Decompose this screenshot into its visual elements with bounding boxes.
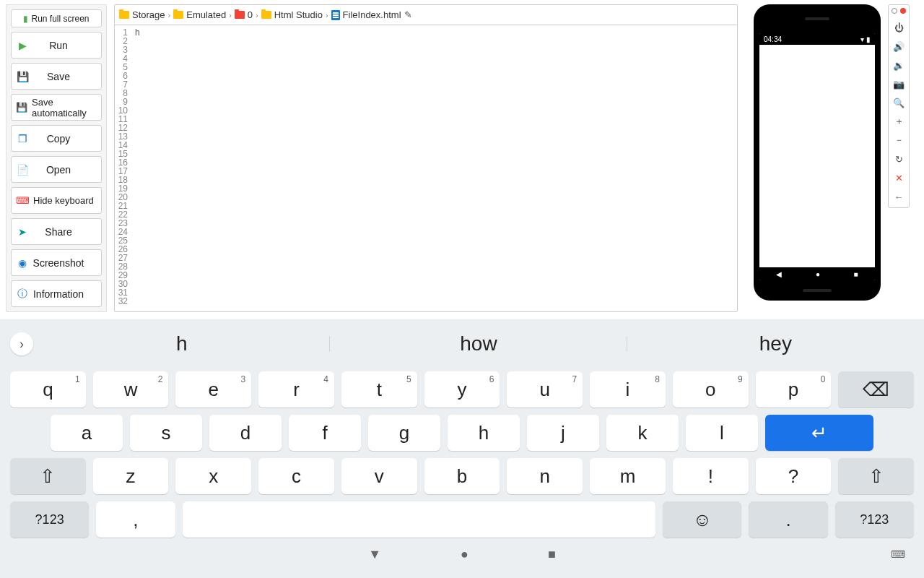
run-button[interactable]: ▶ Run: [11, 32, 102, 59]
reload-icon[interactable]: ↻: [892, 152, 905, 165]
key-m[interactable]: m: [590, 458, 666, 494]
key-a[interactable]: a: [51, 415, 123, 451]
editor: Storage›Emulated›0›Html Studio›FileIndex…: [114, 4, 738, 312]
save-auto-label: Save automatically: [32, 97, 97, 118]
save-auto-button[interactable]: 💾 Save automatically: [11, 94, 102, 121]
key-y[interactable]: y6: [424, 371, 500, 407]
power-icon[interactable]: ⏻: [892, 21, 905, 34]
key-g[interactable]: g: [368, 415, 440, 451]
symbols-key[interactable]: ?123: [835, 501, 914, 538]
key-r[interactable]: r4: [258, 371, 334, 407]
run-fullscreen-button[interactable]: ▮ Run full screen: [11, 9, 102, 27]
key-v[interactable]: v: [341, 458, 417, 494]
code-line: h: [135, 28, 737, 37]
keyboard-icon: ⌨: [16, 195, 29, 206]
breadcrumb-folder[interactable]: Html Studio: [261, 9, 323, 20]
key-?[interactable]: ?: [756, 458, 832, 494]
symbols-key[interactable]: ?123: [10, 501, 89, 538]
breadcrumb-file[interactable]: FileIndex.html: [331, 9, 401, 20]
key-z[interactable]: z: [93, 458, 169, 494]
key-![interactable]: !: [673, 458, 749, 494]
key-n[interactable]: n: [507, 458, 583, 494]
close-icon[interactable]: ✕: [892, 171, 905, 184]
chevron-right-icon: ›: [229, 11, 232, 20]
shift-key[interactable]: ⇧: [10, 458, 86, 494]
system-nav: ▼ ● ■ ⌨: [0, 538, 924, 571]
key-j[interactable]: j: [527, 415, 599, 451]
key-x[interactable]: x: [175, 458, 251, 494]
enter-key[interactable]: ↵: [765, 415, 873, 451]
key-q[interactable]: q1: [10, 371, 86, 407]
key-w[interactable]: w2: [93, 371, 169, 407]
key-.[interactable]: .: [749, 501, 827, 538]
minus-icon[interactable]: －: [892, 134, 905, 147]
volume-down-icon[interactable]: 🔉: [892, 59, 905, 72]
space-key[interactable]: [183, 501, 656, 538]
suggestion[interactable]: hey: [627, 332, 924, 355]
key-,[interactable]: ,: [96, 501, 175, 538]
suggestion[interactable]: h: [33, 332, 330, 355]
phone-time: 04:34: [764, 35, 782, 43]
key-k[interactable]: k: [606, 415, 679, 451]
key-s[interactable]: s: [130, 415, 202, 451]
key-u[interactable]: u7: [507, 371, 583, 407]
shift-key[interactable]: ⇧: [838, 458, 914, 494]
window-minimize-icon[interactable]: [892, 8, 897, 14]
share-label: Share: [20, 226, 97, 238]
key-p[interactable]: p0: [756, 371, 832, 407]
breadcrumb-label: 0: [248, 9, 253, 20]
phone-speaker: [805, 17, 829, 20]
back-icon[interactable]: ←: [892, 190, 905, 203]
share-button[interactable]: ➤ Share: [11, 218, 102, 245]
run-fullscreen-label: Run full screen: [31, 14, 89, 24]
sys-back-icon[interactable]: ▼: [368, 547, 381, 562]
edit-icon[interactable]: ✎: [404, 9, 412, 20]
breadcrumb[interactable]: Storage›Emulated›0›Html Studio›FileIndex…: [115, 5, 737, 25]
key-e[interactable]: e3: [175, 371, 251, 407]
emoji-key[interactable]: ☺: [663, 501, 741, 538]
sys-recent-icon[interactable]: ■: [548, 547, 556, 562]
suggestion[interactable]: how: [330, 332, 627, 355]
key-t[interactable]: t5: [341, 371, 417, 407]
breadcrumb-folder[interactable]: Emulated: [173, 9, 226, 20]
hide-keyboard-button[interactable]: ⌨ Hide keyboard: [11, 187, 102, 214]
key-c[interactable]: c: [258, 458, 334, 494]
phone-preview: 04:34 ▾ ▮ ◀ ● ■: [754, 4, 881, 301]
save-label: Save: [20, 71, 97, 82]
phone-back-icon[interactable]: ◀: [776, 270, 782, 278]
zoom-icon[interactable]: 🔍: [892, 96, 905, 109]
window-close-icon[interactable]: [900, 8, 906, 14]
screenshot-label: Screenshot: [20, 257, 97, 269]
preview-column: 04:34 ▾ ▮ ◀ ● ■ ⏻ 🔊 🔉 📷 🔍 ＋: [745, 4, 918, 319]
sys-home-icon[interactable]: ●: [461, 547, 468, 562]
information-button[interactable]: ⓘ Information: [11, 280, 102, 307]
suggestion-expand-icon[interactable]: ›: [10, 332, 33, 355]
key-l[interactable]: l: [686, 415, 758, 451]
phone-recent-icon[interactable]: ■: [854, 270, 858, 278]
camera-snap-icon[interactable]: 📷: [892, 77, 905, 90]
soft-keyboard: › hhowhey q1w2e3r4t5y6u7i8o9p0⌫ asdfghjk…: [0, 319, 924, 578]
breadcrumb-folder[interactable]: Storage: [119, 9, 165, 20]
key-o[interactable]: o9: [673, 371, 749, 407]
screenshot-button[interactable]: ◉ Screenshot: [11, 249, 102, 276]
backspace-key[interactable]: ⌫: [838, 371, 914, 407]
key-i[interactable]: i8: [590, 371, 666, 407]
file-icon: [331, 10, 340, 20]
open-button[interactable]: 📄 Open: [11, 156, 102, 183]
emulator-toolbar: ⏻ 🔊 🔉 📷 🔍 ＋ － ↻ ✕ ←: [888, 4, 910, 208]
save-button[interactable]: 💾 Save: [11, 63, 102, 90]
phone-icon: ▮: [23, 14, 28, 24]
key-b[interactable]: b: [424, 458, 500, 494]
key-h[interactable]: h: [448, 415, 520, 451]
keyboard-hide-icon[interactable]: ⌨: [891, 548, 905, 560]
code-area[interactable]: h: [131, 25, 737, 311]
phone-home-icon[interactable]: ●: [816, 270, 820, 278]
key-d[interactable]: d: [209, 415, 282, 451]
folder-icon: [119, 11, 129, 19]
plus-icon[interactable]: ＋: [892, 115, 905, 128]
key-f[interactable]: f: [289, 415, 361, 451]
breadcrumb-folder[interactable]: 0: [235, 9, 253, 20]
volume-up-icon[interactable]: 🔊: [892, 40, 905, 53]
phone-pill: [803, 289, 832, 292]
copy-button[interactable]: ❐ Copy: [11, 125, 102, 152]
